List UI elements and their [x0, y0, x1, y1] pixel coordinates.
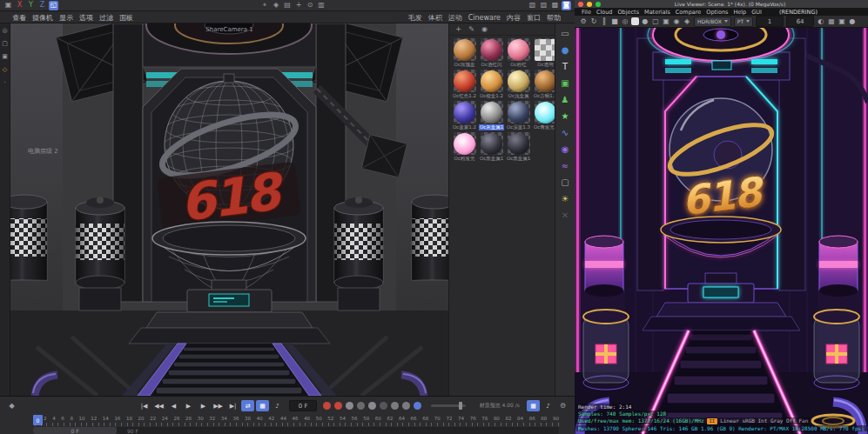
- viewport-menu-item[interactable]: 过滤: [99, 13, 113, 23]
- menu-item[interactable]: 体积: [428, 13, 442, 23]
- sphere-primitive-icon[interactable]: ●: [559, 44, 571, 57]
- menu-item[interactable]: File: [582, 9, 591, 16]
- menu-item[interactable]: Compare: [676, 9, 702, 16]
- menu-item[interactable]: 帮助: [547, 13, 561, 23]
- render-view-icon[interactable]: ▧: [528, 1, 537, 10]
- play-forward-button[interactable]: ▶: [182, 400, 195, 411]
- snapshot-icon[interactable]: ▣: [838, 17, 846, 26]
- film-region-icon[interactable]: ▣: [662, 17, 670, 26]
- kernel-dropdown[interactable]: PT: [734, 17, 753, 27]
- menu-item[interactable]: 毛发: [408, 13, 422, 23]
- slider-knob[interactable]: [459, 402, 462, 410]
- delete-icon[interactable]: ✕: [559, 210, 571, 222]
- field-icon[interactable]: ≈: [559, 160, 571, 172]
- range-start-handle[interactable]: 0 F: [33, 427, 117, 434]
- previous-key-button[interactable]: ◀◀: [152, 400, 165, 411]
- deformer-icon[interactable]: ★: [559, 110, 571, 123]
- material-swatch[interactable]: Oc灰金属1: [479, 101, 504, 130]
- compare-ab-icon[interactable]: ◐: [817, 17, 825, 26]
- material-swatch[interactable]: Oc黑金属1.7: [506, 132, 531, 162]
- material-swatch[interactable]: Oc粉发光: [452, 132, 477, 162]
- menu-item[interactable]: 内容: [507, 13, 521, 23]
- points-mode-icon[interactable]: ·: [1, 79, 9, 87]
- render-picture-viewer-icon[interactable]: ▨: [539, 1, 548, 10]
- camera-picker-icon[interactable]: ◉: [672, 17, 681, 26]
- keyframe-bar-toggle[interactable]: ▦: [256, 400, 269, 411]
- frame-ruler[interactable]: 0246810121416182022242628303234363840424…: [35, 415, 559, 426]
- material-pick-icon[interactable]: ◉: [480, 24, 489, 34]
- focus-picker-icon[interactable]: ◎: [621, 17, 629, 26]
- spline-icon[interactable]: ∿: [559, 127, 571, 139]
- material-swatch[interactable]: Oc橙金1.2: [479, 70, 504, 99]
- axis-z-toggle[interactable]: Z: [37, 1, 47, 10]
- record-parameter-toggle[interactable]: [380, 402, 387, 410]
- pause-badge[interactable]: II: [707, 418, 718, 424]
- menu-item[interactable]: Cloud: [596, 9, 613, 16]
- texture-mode-icon[interactable]: ◇: [1, 66, 9, 74]
- material-swatch[interactable]: Oc红色1.2: [452, 70, 477, 99]
- menu-item[interactable]: 运动: [448, 13, 462, 23]
- stop-render-icon[interactable]: ■: [610, 17, 619, 26]
- menu-item[interactable]: Objects: [617, 9, 639, 16]
- auto-keying-toggle[interactable]: [414, 402, 421, 410]
- record-position-toggle[interactable]: [346, 402, 353, 410]
- material-edit-icon[interactable]: ✎: [467, 24, 476, 34]
- generator-icon[interactable]: ▣: [559, 77, 571, 90]
- model-mode-icon[interactable]: ▢: [1, 40, 9, 48]
- record-scale-toggle[interactable]: [357, 402, 365, 410]
- restart-render-icon[interactable]: ↻: [589, 17, 598, 26]
- zoom-tool-icon[interactable]: ◎: [1, 27, 9, 35]
- go-to-end-button[interactable]: ▶|: [226, 400, 239, 411]
- workplane-mode-icon[interactable]: ▤: [283, 1, 293, 10]
- material-swatch[interactable]: Oc黑金属1: [479, 132, 504, 162]
- menu-item[interactable]: Options: [706, 9, 728, 16]
- coord-system-toggle[interactable]: ◱: [49, 1, 58, 10]
- axis-y-toggle[interactable]: Y: [26, 1, 36, 10]
- live-selection-icon[interactable]: ▭: [559, 28, 571, 40]
- keyframe-icon[interactable]: ◆: [7, 401, 17, 411]
- grid-overlay-icon[interactable]: ▦: [827, 17, 836, 26]
- viewport-menu-item[interactable]: 显示: [59, 13, 73, 23]
- material-swatch[interactable]: Oc粉红: [506, 38, 531, 68]
- mirror-icon[interactable]: ▥: [317, 1, 326, 10]
- samples-field[interactable]: 64: [786, 16, 814, 27]
- playhead[interactable]: 0: [33, 415, 43, 425]
- record-keyframe-button[interactable]: [323, 402, 331, 410]
- autokey-record-button[interactable]: [334, 402, 342, 410]
- timeline-settings-icon[interactable]: ⚙: [558, 401, 568, 411]
- timeline-sound-toggle[interactable]: ♪: [542, 400, 555, 411]
- close-window-button[interactable]: [578, 2, 583, 7]
- viewport-menu-item[interactable]: 选项: [79, 13, 93, 23]
- mograph-icon[interactable]: ◉: [559, 144, 571, 156]
- next-key-button[interactable]: ▶▶: [212, 400, 225, 411]
- material-swatch[interactable]: Oc浅金属: [506, 70, 531, 99]
- viewport-menu-item[interactable]: 面板: [119, 13, 133, 23]
- previous-frame-button[interactable]: ◀: [167, 400, 180, 411]
- next-frame-button[interactable]: ▶: [197, 400, 210, 411]
- render-mode-dropdown[interactable]: HDR/BOX: [694, 17, 731, 27]
- camera-icon[interactable]: ▢: [559, 177, 571, 189]
- current-frame-field[interactable]: 0 F: [289, 400, 317, 411]
- region-render-icon[interactable]: ▢: [651, 17, 660, 26]
- menu-item[interactable]: 窗口: [527, 13, 541, 23]
- menu-item[interactable]: Help: [733, 9, 746, 16]
- menu-item[interactable]: Cineware: [468, 14, 501, 22]
- material-create-icon[interactable]: +: [454, 24, 463, 34]
- magnet-icon[interactable]: ⊙: [306, 1, 315, 10]
- octane-dialog-icon[interactable]: ◙: [562, 1, 571, 10]
- record-rotation-toggle[interactable]: [368, 402, 376, 410]
- character-icon[interactable]: ♟: [559, 94, 571, 106]
- material-swatch[interactable]: Oc酒红闪: [479, 38, 504, 68]
- sound-toggle[interactable]: ♪: [271, 400, 284, 411]
- snap-icon[interactable]: ⌖: [260, 1, 270, 10]
- material-swatch[interactable]: Oc蓝紫1.2: [452, 101, 477, 130]
- settings-icon[interactable]: ⚙: [579, 17, 588, 26]
- keyframe-selection-toggle[interactable]: [402, 402, 410, 410]
- timeline-grid-toggle[interactable]: ▦: [527, 400, 540, 411]
- menu-item[interactable]: Materials: [644, 9, 670, 16]
- record-pla-toggle[interactable]: [391, 402, 399, 410]
- lock-resolution-icon[interactable]: [631, 17, 639, 25]
- modeling-axis-icon[interactable]: +: [294, 1, 304, 10]
- fullscreen-icon[interactable]: ●: [848, 17, 857, 26]
- motext-icon[interactable]: T: [559, 61, 571, 73]
